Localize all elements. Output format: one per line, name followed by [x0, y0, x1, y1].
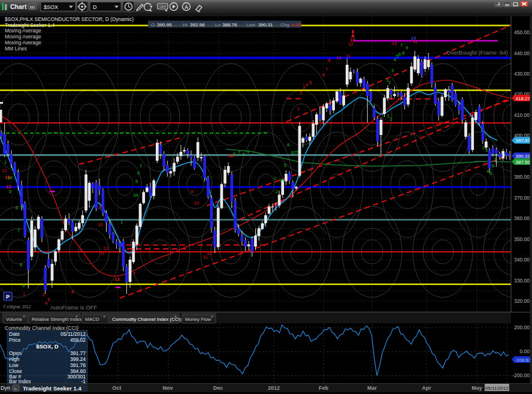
svg-text:388.76: 388.76 [222, 22, 237, 28]
svg-text:D: D [93, 4, 97, 10]
svg-text:6: 6 [16, 205, 18, 210]
svg-text:3: 3 [42, 292, 44, 297]
svg-text:1: 1 [297, 106, 300, 112]
svg-text:330.00: 330.00 [514, 278, 530, 284]
svg-text:8: 8 [328, 58, 330, 63]
svg-text:OverBought (Frame :64): OverBought (Frame :64) [446, 49, 508, 56]
svg-text:440.00: 440.00 [514, 50, 530, 56]
svg-text:10: 10 [194, 200, 199, 206]
svg-text:Chart: Chart [10, 3, 27, 10]
svg-text:10: 10 [336, 55, 341, 61]
svg-text:×: × [103, 314, 105, 318]
svg-text:5: 5 [47, 297, 50, 302]
svg-text:12: 12 [207, 251, 211, 256]
svg-text:3: 3 [391, 68, 394, 73]
svg-text:×: × [75, 314, 78, 318]
svg-text:390.31: 390.31 [258, 22, 273, 28]
svg-text:05/11/2012: 05/11/2012 [485, 386, 509, 391]
svg-text:High: High [9, 356, 20, 362]
svg-text:Hi: Hi [183, 22, 188, 28]
svg-text:O: O [151, 22, 155, 28]
svg-text:2: 2 [79, 248, 81, 254]
svg-text:May: May [471, 385, 482, 391]
svg-text:5: 5 [135, 179, 138, 184]
svg-text:Low: Low [9, 362, 19, 368]
svg-text:8: 8 [20, 262, 22, 267]
svg-text:Date: Date [9, 331, 20, 337]
svg-text:2: 2 [388, 80, 391, 85]
svg-text:Dec: Dec [213, 385, 223, 391]
svg-text:-200.00: -200.00 [512, 372, 530, 378]
svg-text:5: 5 [489, 171, 492, 176]
svg-text:9: 9 [98, 204, 101, 210]
svg-text:Lo: Lo [215, 22, 220, 28]
svg-text:2012: 2012 [268, 385, 280, 391]
svg-text:390.95: 390.95 [157, 22, 172, 28]
svg-text:392.98: 392.98 [190, 22, 205, 28]
svg-text:2: 2 [389, 116, 392, 122]
svg-text:9: 9 [191, 189, 193, 194]
svg-text:340.00: 340.00 [514, 257, 530, 263]
svg-text:Volume: Volume [6, 317, 22, 322]
svg-text:6: 6 [137, 170, 140, 176]
svg-text:Moving Average: Moving Average [5, 34, 41, 40]
svg-text:397.97: 397.97 [516, 138, 531, 143]
svg-text:7: 7 [400, 43, 403, 48]
svg-text:7: 7 [238, 150, 240, 155]
svg-text:$SOX, D: $SOX, D [36, 343, 59, 350]
svg-text:13: 13 [6, 184, 11, 190]
svg-text:7: 7 [494, 157, 497, 162]
svg-text:Nov: Nov [162, 385, 173, 391]
svg-text:13: 13 [5, 175, 10, 180]
svg-text:34: 34 [133, 193, 138, 198]
svg-text:Tradesight Seeker 1.4: Tradesight Seeker 1.4 [23, 385, 81, 392]
svg-text:8: 8 [71, 289, 74, 294]
svg-text:14: 14 [411, 35, 416, 41]
svg-text:34: 34 [279, 178, 284, 183]
svg-text:399.24: 399.24 [70, 356, 86, 362]
svg-text:8: 8 [242, 152, 244, 157]
svg-text:Moving Average: Moving Average [5, 28, 41, 34]
svg-text:-4.29: -4.29 [290, 22, 301, 28]
svg-text:360.00: 360.00 [514, 215, 530, 221]
svg-text:5: 5 [309, 80, 312, 85]
svg-text:391.77: 391.77 [70, 350, 86, 356]
svg-text:387.50: 387.50 [516, 160, 531, 165]
svg-text:7: 7 [325, 67, 328, 72]
svg-text:370.00: 370.00 [514, 195, 530, 201]
svg-text:Commodity Channel Index (CCI): Commodity Channel Index (CCI) [112, 317, 182, 322]
svg-text:×: × [174, 314, 177, 318]
svg-text:GER: GER [159, 5, 167, 8]
svg-text:390.31: 390.31 [516, 154, 531, 159]
svg-text:Moving Average: Moving Average [5, 40, 41, 46]
svg-text:6: 6 [398, 52, 401, 57]
svg-text:05/11/2012: 05/11/2012 [61, 331, 86, 337]
svg-text:450.00: 450.00 [514, 29, 530, 35]
svg-text:2: 2 [482, 145, 485, 151]
svg-text:-108.63: -108.63 [515, 357, 531, 363]
svg-text:A: A [185, 4, 188, 10]
svg-text:7: 7 [133, 271, 135, 276]
svg-text:0.00: 0.00 [519, 348, 530, 354]
svg-text:Open: Open [9, 350, 22, 356]
svg-text:7: 7 [17, 228, 20, 233]
svg-text:7: 7 [140, 163, 142, 169]
svg-text:1: 1 [480, 127, 483, 133]
svg-text:© eSignal, 2012: © eSignal, 2012 [3, 305, 31, 309]
svg-text:P: P [6, 294, 10, 300]
svg-text:$SOX: $SOX [44, 4, 58, 10]
svg-text:9: 9 [247, 149, 249, 155]
svg-text:350.00: 350.00 [514, 236, 530, 242]
svg-text:8: 8 [402, 50, 404, 56]
svg-text:8: 8 [287, 142, 289, 148]
svg-text:391.76: 391.76 [70, 362, 86, 368]
svg-text:1: 1 [120, 219, 123, 225]
svg-text:Price: Price [9, 337, 21, 343]
svg-text:Last: Last [246, 22, 256, 28]
svg-text:4: 4 [306, 82, 308, 88]
svg-text:Oct: Oct [112, 385, 121, 391]
svg-text:12: 12 [2, 168, 7, 173]
svg-text:SD: SD [30, 5, 35, 9]
svg-text:3: 3 [485, 148, 488, 153]
svg-text:Mar: Mar [367, 385, 377, 391]
